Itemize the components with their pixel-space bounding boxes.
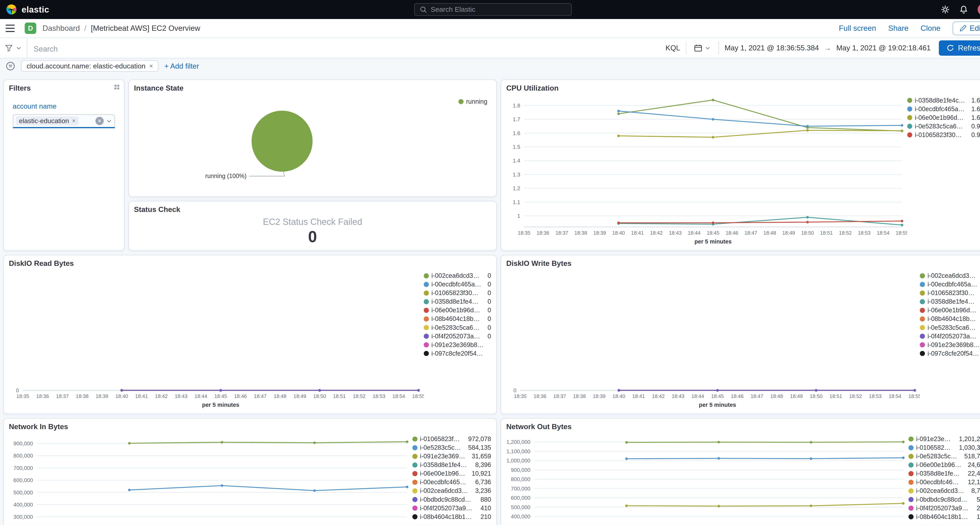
selected-option-tag[interactable]: elastic-education × <box>16 116 79 125</box>
close-icon[interactable]: × <box>72 118 75 124</box>
legend-item[interactable]: i-097c8cfe20f546c0a <box>920 349 980 358</box>
legend-item[interactable]: i-0358d8e1fe4cb56891.615 <box>907 96 980 105</box>
legend-item[interactable]: i-091e23e369b893463 <box>920 340 980 349</box>
network-out-chart-area: 1,200,0001,100,0001,000,000900,000800,00… <box>501 432 980 525</box>
legend-swatch-icon <box>908 497 913 502</box>
legend-item[interactable]: running <box>458 97 487 106</box>
legend-swatch-icon <box>920 317 925 321</box>
legend-item[interactable]: i-0358d8e1fe4cb568922,498 <box>908 469 980 478</box>
legend-item[interactable]: i-0358d8e1fe4cb56890 <box>424 298 491 306</box>
instance-state-pie[interactable]: running (100%) <box>129 94 496 194</box>
account-name-combobox[interactable]: elastic-education × ✕ <box>13 114 115 128</box>
legend-swatch-icon <box>920 273 925 278</box>
chart-canvas: 1,200,0001,100,0001,000,000900,000800,00… <box>504 432 908 525</box>
clone-link[interactable]: Clone <box>921 24 940 33</box>
legend-item[interactable]: i-00ecdbfc465ad98df0 <box>424 280 491 289</box>
svg-text:18:44: 18:44 <box>692 393 704 399</box>
legend-swatch-icon <box>908 488 913 493</box>
global-search-input[interactable] <box>431 5 566 14</box>
legend-item[interactable]: i-01065823f30b4fc210.963 <box>907 130 980 139</box>
panel-menu-icon[interactable] <box>114 84 120 90</box>
network-out-line-chart[interactable]: 1,200,0001,100,0001,000,000900,000800,00… <box>504 432 908 525</box>
panel-title: Network Out Bytes <box>501 419 980 432</box>
saved-query-menu[interactable] <box>0 38 27 58</box>
legend-item[interactable]: i-0f4f2052073a929470 <box>424 332 491 340</box>
legend-item[interactable]: i-0e5283c5ca6ef3c8c0 <box>424 323 491 332</box>
legend-label: i-00ecdbfc465ad98df <box>420 479 469 486</box>
legend-item[interactable]: i-0bdbdc9c88cde9518588 <box>908 495 980 504</box>
legend: i-091e23e369b893…1,201,252i-01065823f30b… <box>908 432 980 525</box>
legend-item[interactable]: i-091e23e369b893…1,201,252 <box>908 434 980 443</box>
settings-icon[interactable] <box>941 5 950 14</box>
space-avatar[interactable]: D <box>25 22 36 34</box>
legend-item[interactable]: i-002cea6dcd35502f70 <box>424 272 491 280</box>
alerts-bell-icon[interactable] <box>959 5 968 14</box>
legend-item[interactable]: i-00ecdbfc465ad98df12,176 <box>908 478 980 487</box>
user-avatar[interactable]: m <box>978 4 980 15</box>
global-search[interactable] <box>414 3 572 16</box>
legend-item[interactable]: i-01065823f30b4fc21972,078 <box>412 434 491 443</box>
legend-item[interactable]: i-0358d8e1fe4cb56890 <box>920 298 980 306</box>
legend-item[interactable]: i-00ecdbfc465ad98df6,736 <box>412 478 491 487</box>
legend-item[interactable]: i-01065823f30b4fc210 <box>920 289 980 298</box>
date-from[interactable]: May 1, 2021 @ 18:36:55.384 <box>725 44 819 52</box>
svg-text:18:36: 18:36 <box>36 393 49 399</box>
legend-item[interactable]: i-002cea6dcd35502f70 <box>920 272 980 280</box>
legend-item[interactable]: i-0f4f2052073a929470 <box>920 332 980 340</box>
kql-switch[interactable]: KQL <box>665 44 680 52</box>
legend-item[interactable]: i-091e23e369b893463 <box>424 340 491 349</box>
filter-pill[interactable]: cloud.account.name: elastic-education × <box>21 60 159 72</box>
diskio-read-line-chart[interactable]: 018:3518:3618:3718:3818:3918:4018:4118:4… <box>6 269 424 412</box>
legend-item[interactable]: i-0e5283c5ca6ef3c8c584,135 <box>412 444 491 452</box>
legend-item[interactable]: i-06e00e1b96dfda3f710,921 <box>412 469 491 478</box>
legend-item[interactable]: i-0358d8e1fe4cb56898,396 <box>412 461 491 469</box>
legend-item[interactable]: i-06e00e1b96dfda3f724,685 <box>908 461 980 469</box>
refresh-button[interactable]: Refresh <box>939 40 980 56</box>
legend-item[interactable]: i-091e23e369b89346331,659 <box>412 452 491 461</box>
legend-item[interactable]: i-08b4604c18b1c0f34196 <box>908 512 980 521</box>
legend-item[interactable]: i-08b4604c18b1c0f340 <box>424 315 491 323</box>
legend-item[interactable]: i-06e00e1b96dfda3f70 <box>424 306 491 315</box>
legend-item[interactable]: i-01065823f30b4fc210 <box>424 289 491 298</box>
legend-swatch-icon <box>920 334 925 339</box>
legend-item[interactable]: i-0f4f2052073a92947410 <box>412 504 491 512</box>
filter-options-icon[interactable] <box>6 61 15 71</box>
elastic-logo-icon <box>6 4 17 15</box>
chevron-down-icon[interactable] <box>106 118 112 124</box>
legend-item[interactable]: i-0e5283c5ca6ef3c8c0 <box>920 323 980 332</box>
cpu-line-chart[interactable]: 11.11.21.31.41.51.61.71.818:3518:3618:37… <box>504 94 907 248</box>
menu-hamburger-icon[interactable] <box>0 19 21 37</box>
svg-text:per 5 minutes: per 5 minutes <box>202 402 239 408</box>
date-to[interactable]: May 1, 2021 @ 19:02:18.461 <box>836 44 931 52</box>
legend-value: 0 <box>484 290 491 297</box>
legend-item[interactable]: i-00ecdbfc465ad98df1.656 <box>907 105 980 113</box>
legend-item[interactable]: i-097c8cfe20f546c0a <box>424 349 491 358</box>
legend-item[interactable]: i-08b4604c18b1c0f34210 <box>412 512 491 521</box>
legend-item[interactable]: i-08b4604c18b1c0f340 <box>920 315 980 323</box>
diskio-write-line-chart[interactable]: 018:3518:3618:3718:3818:3918:4018:4118:4… <box>504 269 920 412</box>
date-picker-button[interactable] <box>692 44 713 52</box>
close-icon[interactable]: × <box>150 62 153 70</box>
share-link[interactable]: Share <box>888 24 908 33</box>
legend-item[interactable]: i-06e00e1b96dfda3f70 <box>920 306 980 315</box>
legend-item[interactable]: i-002cea6dcd35502f73,236 <box>412 487 491 495</box>
legend-item[interactable]: i-0f4f2052073a92947208 <box>908 504 980 512</box>
legend-label: i-08b4604c18b1c0f34 <box>431 315 481 323</box>
panel-instance-state: Instance State running (100%) running <box>128 80 497 197</box>
breadcrumb-dashboard[interactable]: Dashboard <box>43 24 80 33</box>
legend-item[interactable]: i-0e5283c5ca6ef3c8c0.934 <box>907 122 980 130</box>
legend-item[interactable]: i-0bdbdc9c88cde9518880 <box>412 495 491 504</box>
full-screen-link[interactable]: Full screen <box>839 24 876 33</box>
legend-item[interactable]: i-002cea6dcd35502f78,779 <box>908 487 980 495</box>
network-in-line-chart[interactable]: 900,000800,000700,000600,000500,000400,0… <box>6 432 412 525</box>
query-search-input[interactable] <box>34 45 659 53</box>
legend-item[interactable]: i-06e00e1b96dfda3f71.617 <box>907 113 980 122</box>
edit-button[interactable]: Edit <box>953 21 980 35</box>
clear-selection-icon[interactable]: ✕ <box>95 117 104 125</box>
legend-item[interactable]: i-00ecdbfc465ad98df0 <box>920 280 980 289</box>
legend-item[interactable]: i-0e5283c5ca6ef3c8c518,768 <box>908 452 980 461</box>
elastic-brand[interactable]: elastic <box>0 4 49 15</box>
legend-item[interactable]: i-01065823f30b4fc…1,030,384 <box>908 444 980 452</box>
add-filter-link[interactable]: + Add filter <box>164 62 199 70</box>
legend-label: i-0358d8e1fe4cb5689 <box>431 298 481 305</box>
